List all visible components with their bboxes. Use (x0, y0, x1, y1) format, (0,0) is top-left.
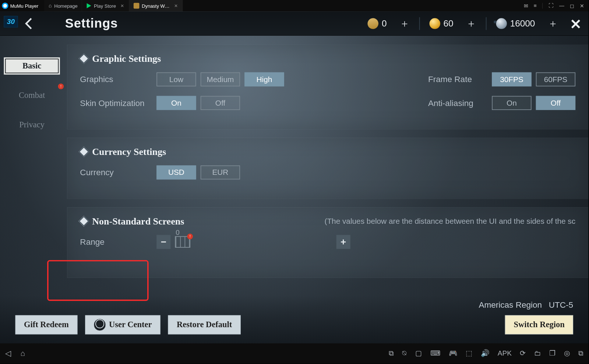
separator (419, 17, 420, 30)
diamond-icon (78, 53, 89, 64)
option-skin-off[interactable]: Off (201, 96, 240, 110)
currency-bar: 0 ＋ 60 ＋ 16000 ＋ (361, 17, 564, 31)
panel-title: Graphic Settings (92, 53, 161, 64)
emulator-toolbar: ⧉ ⦰ ▢ ⌨ 🎮 ⬚ 🔊 APK ⟳ 🗀 ❐ ◎ ⧉ (389, 349, 583, 358)
apk-icon[interactable]: APK (498, 349, 512, 358)
clone-icon[interactable]: ⧉ (578, 349, 583, 358)
record-icon[interactable]: ⧉ (389, 349, 394, 358)
switch-region-button[interactable]: Switch Region (505, 315, 573, 334)
maximize-icon[interactable]: ◻ (570, 3, 574, 8)
option-frame-60[interactable]: 60FPS (536, 73, 575, 86)
rotate-icon[interactable]: ⟳ (520, 349, 526, 358)
button-label: Gift Redeem (24, 320, 69, 329)
panel-subtitle: (The values below are the distance betwe… (324, 217, 575, 226)
emulator-tab-label: Dynasty W… (142, 3, 170, 8)
panel-graphic-settings: Graphic Settings Graphics Low Medium Hig… (67, 45, 589, 129)
option-currency-eur[interactable]: EUR (201, 165, 240, 179)
separator (542, 3, 543, 9)
coin-icon (496, 18, 507, 29)
currency-value: 16000 (510, 18, 535, 29)
sidebar-item-label: Privacy (19, 120, 45, 130)
currency-scroll: 0 ＋ (361, 17, 416, 31)
range-decrement-button[interactable]: − (156, 235, 170, 249)
emulator-top-bar: MuMu Player ⌂ Homepage Play Store ✕ Dyna… (0, 0, 589, 11)
snip-icon[interactable]: ⬚ (466, 349, 472, 358)
region-info: Americas Region UTC-5 (479, 300, 574, 310)
close-tab-icon[interactable]: ✕ (174, 3, 178, 8)
emulator-bottom-bar: ◁ ⌂ ⧉ ⦰ ▢ ⌨ 🎮 ⬚ 🔊 APK ⟳ 🗀 ❐ ◎ ⧉ (0, 343, 589, 364)
button-label: Switch Region (514, 320, 564, 329)
region-name: Americas Region (479, 300, 542, 310)
user-center-icon (94, 319, 106, 331)
setting-label-frame-rate: Frame Rate (428, 74, 492, 84)
folder-icon[interactable]: 🗀 (534, 349, 541, 358)
button-label: User Center (109, 320, 152, 329)
emulator-tab-playstore[interactable]: Play Store ✕ (82, 0, 129, 11)
fullscreen-icon[interactable]: ⛶ (549, 3, 554, 9)
option-graphics-low[interactable]: Low (156, 73, 196, 86)
notification-badge-icon: ! (187, 234, 193, 240)
option-currency-usd[interactable]: USD (156, 165, 196, 179)
range-value: 0 (176, 229, 180, 237)
minimize-icon[interactable]: — (559, 3, 564, 9)
currency-value: 60 (444, 18, 454, 29)
sidebar-item-label: Combat (19, 91, 45, 100)
panel-title: Currency Settings (92, 146, 166, 157)
emulator-tab-label: Play Store (94, 3, 116, 8)
sidebar-item-basic[interactable]: Basic (4, 57, 60, 75)
emulator-logo-icon (2, 3, 8, 9)
keyboard-icon[interactable]: ⌨ (430, 349, 441, 358)
close-settings-button[interactable]: ✕ (570, 16, 582, 32)
currency-gold: 60 ＋ (423, 17, 483, 31)
sidebar-item-label: Basic (22, 61, 41, 71)
restore-default-button[interactable]: Restore Default (168, 315, 241, 334)
page-title: Settings (65, 16, 118, 31)
option-skin-on[interactable]: On (156, 96, 196, 110)
emulator-tab-homepage[interactable]: ⌂ Homepage (44, 0, 82, 11)
sidebar-item-combat[interactable]: Combat ! (4, 87, 60, 104)
add-coin-button[interactable]: ＋ (548, 17, 558, 31)
option-aa-off[interactable]: Off (536, 96, 575, 110)
multi-window-icon[interactable]: ▢ (415, 349, 422, 358)
setting-label-graphics: Graphics (80, 74, 156, 84)
close-tab-icon[interactable]: ✕ (120, 3, 124, 8)
volume-icon[interactable]: 🔊 (481, 349, 489, 358)
gamepad-icon[interactable]: 🎮 (449, 349, 457, 358)
copy-icon[interactable]: ❐ (549, 349, 556, 358)
option-graphics-high[interactable]: High (244, 73, 284, 86)
chevron-left-icon (24, 17, 33, 30)
emulator-tab-game[interactable]: Dynasty W… ✕ (129, 0, 183, 11)
add-scroll-button[interactable]: ＋ (399, 17, 410, 31)
nav-back-button[interactable]: ◁ (5, 349, 11, 358)
separator (486, 17, 487, 30)
setting-label-anti-aliasing: Anti-aliasing (428, 98, 492, 108)
gift-redeem-button[interactable]: Gift Redeem (15, 315, 78, 334)
menu-icon[interactable]: ≡ (533, 3, 536, 9)
option-graphics-medium[interactable]: Medium (201, 73, 240, 86)
back-button[interactable] (24, 17, 33, 30)
range-increment-button[interactable]: + (336, 235, 350, 249)
setting-label-currency: Currency (80, 167, 156, 177)
close-window-icon[interactable]: ✕ (580, 3, 584, 8)
camera-off-icon[interactable]: ⦰ (402, 349, 407, 358)
game-area: 30 Settings 0 ＋ 60 ＋ 16000 ＋ (0, 11, 589, 343)
option-frame-30[interactable]: 30FPS (492, 73, 531, 86)
emulator-tab-label: Homepage (54, 3, 78, 8)
option-aa-on[interactable]: On (492, 96, 531, 110)
currency-value: 0 (382, 18, 387, 29)
region-timezone: UTC-5 (549, 300, 573, 310)
sidebar-item-privacy[interactable]: Privacy (4, 116, 60, 133)
diamond-icon (78, 216, 89, 226)
add-gold-button[interactable]: ＋ (466, 17, 476, 31)
mail-icon[interactable]: ✉ (524, 3, 528, 8)
button-label: Restore Default (177, 320, 232, 329)
user-center-button[interactable]: User Center (85, 315, 161, 334)
game-icon (134, 3, 140, 9)
range-slider[interactable]: 0 ! (175, 236, 190, 248)
setting-label-skin: Skin Optimization (80, 98, 156, 108)
nav-home-button[interactable]: ⌂ (20, 349, 25, 358)
diamond-icon (78, 146, 89, 157)
level-badge[interactable]: 30 (4, 16, 18, 27)
panel-title: Non-Standard Screens (92, 216, 184, 226)
location-icon[interactable]: ◎ (564, 349, 570, 358)
